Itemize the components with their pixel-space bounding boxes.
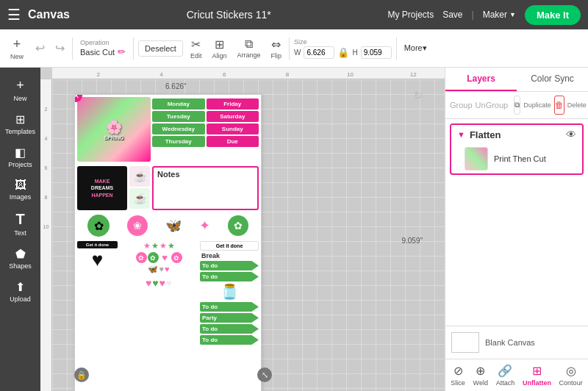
- wednesday-label: Wednesday: [152, 123, 205, 134]
- more-button[interactable]: More▾: [401, 40, 430, 56]
- notes-title: Notes: [157, 170, 254, 179]
- sunday-label: Sunday: [207, 123, 259, 134]
- templates-icon: ⊞: [15, 112, 25, 126]
- toolbar: + New ↩ ↪ Operation Basic Cut ✏ Deselect…: [0, 29, 588, 68]
- layer-group-name: Flatten: [470, 129, 562, 140]
- undo-button[interactable]: ↩: [32, 38, 48, 58]
- contour-icon: ◎: [566, 364, 576, 378]
- layer-group-header: ▼ Flatten 👁: [451, 125, 582, 144]
- blank-canvas-label: Blank Canvas: [485, 338, 535, 347]
- chevron-down-icon: ▼: [509, 11, 516, 18]
- right-panel: Layers Color Sync Group UnGroup ⧉ Duplic…: [445, 68, 588, 391]
- make-it-button[interactable]: Make It: [525, 5, 581, 25]
- sidebar-item-shapes[interactable]: ⬟ Shapes: [2, 243, 39, 274]
- size-group: Size W 🔒 H: [294, 38, 392, 59]
- panel-tabs: Layers Color Sync: [445, 68, 588, 92]
- sidebar-item-projects[interactable]: ◧ Projects: [2, 141, 39, 173]
- notes-box: Notes: [152, 166, 259, 210]
- projects-icon: ◧: [15, 146, 26, 159]
- ungroup-button[interactable]: UnGroup: [476, 101, 509, 110]
- header-right: My Projects Save | Maker ▼ Make It: [387, 5, 581, 25]
- blank-canvas-section: Blank Canvas: [445, 326, 588, 359]
- saturday-label: Saturday: [207, 111, 259, 122]
- attach-icon: 🔗: [498, 364, 512, 378]
- thursday-label: Thursday: [152, 136, 205, 147]
- operation-edit-icon[interactable]: ✏: [118, 46, 126, 57]
- save-button[interactable]: Save: [442, 10, 462, 20]
- redo-button[interactable]: ↪: [52, 38, 68, 58]
- panel-toolbar: Group UnGroup ⧉ Duplicate 🗑 Delete: [445, 92, 588, 119]
- dim-right-label: 9.059": [401, 237, 423, 245]
- shapes-icon: ⬟: [15, 247, 26, 261]
- edit-button[interactable]: ✂ Edit: [187, 36, 205, 61]
- tuesday-label: Tuesday: [152, 111, 205, 122]
- refresh-icon[interactable]: ↻: [414, 90, 423, 101]
- weld-action[interactable]: ⊕ Weld: [473, 364, 488, 387]
- plus-icon: +: [16, 78, 24, 93]
- slice-action[interactable]: ⊘ Slice: [451, 364, 465, 387]
- sidebar-item-images[interactable]: 🖼 Images: [2, 174, 39, 205]
- slice-icon: ⊘: [453, 364, 463, 378]
- weld-icon: ⊕: [476, 364, 485, 378]
- monday-label: Monday: [152, 98, 205, 110]
- dim-top-label: 6.626": [165, 82, 187, 90]
- left-sidebar: + New ⊞ Templates ◧ Projects 🖼 Images T …: [0, 68, 40, 391]
- my-projects-link[interactable]: My Projects: [387, 10, 434, 20]
- arrange-button[interactable]: ⧉ Arrange: [234, 36, 263, 60]
- upload-icon: ⬆: [15, 280, 25, 294]
- contour-action[interactable]: ◎ Contour: [559, 364, 583, 387]
- sidebar-item-templates[interactable]: ⊞ Templates: [2, 108, 39, 140]
- unflatten-action[interactable]: ⊞ Unflatten: [523, 364, 551, 387]
- deselect-button[interactable]: Deselect: [138, 40, 183, 57]
- maker-button[interactable]: Maker ▼: [483, 10, 516, 20]
- sidebar-item-new[interactable]: + New: [2, 73, 39, 107]
- menu-icon[interactable]: ☰: [7, 6, 21, 24]
- unflatten-icon: ⊞: [532, 364, 542, 378]
- sidebar-item-text[interactable]: T Text: [2, 207, 39, 241]
- attach-action[interactable]: 🔗 Attach: [496, 364, 515, 387]
- visibility-eye-icon[interactable]: 👁: [566, 129, 576, 140]
- layer-group-flatten[interactable]: ▼ Flatten 👁 Print Then Cut: [450, 123, 584, 175]
- layer-list: ▼ Flatten 👁 Print Then Cut: [445, 119, 588, 326]
- divider: |: [472, 10, 474, 20]
- width-input[interactable]: [304, 46, 334, 59]
- layer-sublayer-name: Print Then Cut: [494, 154, 546, 163]
- images-icon: 🖼: [15, 179, 26, 192]
- align-button[interactable]: ⊞ Align: [209, 36, 229, 61]
- delete-button[interactable]: 🗑: [554, 96, 564, 115]
- due-label: Due: [207, 136, 259, 147]
- flip-button[interactable]: ⇔ Flip: [268, 36, 284, 61]
- lock-icon[interactable]: 🔒: [74, 367, 89, 382]
- tab-layers[interactable]: Layers: [445, 68, 517, 91]
- panel-actions: ⊘ Slice ⊕ Weld 🔗 Attach ⊞ Unflatten ◎ Co…: [445, 359, 588, 391]
- layer-thumbnail: [465, 147, 488, 171]
- layer-item-print-then-cut[interactable]: Print Then Cut: [459, 144, 582, 173]
- tab-color-sync[interactable]: Color Sync: [517, 68, 588, 91]
- project-title: Cricut Stickers 11*: [187, 9, 271, 21]
- resize-icon[interactable]: ⤡: [257, 367, 272, 382]
- canvas-area[interactable]: 2 4 6 8 10 12 2 4 6 8 10 ✕: [40, 68, 445, 391]
- sidebar-item-upload[interactable]: ⬆ Upload: [2, 276, 39, 307]
- main-area: + New ⊞ Templates ◧ Projects 🖼 Images T …: [0, 68, 588, 391]
- text-icon: T: [15, 211, 24, 228]
- new-button[interactable]: + New: [6, 34, 28, 63]
- operation-group: Operation Basic Cut ✏: [77, 39, 129, 57]
- group-button[interactable]: Group: [450, 101, 473, 110]
- height-input[interactable]: [361, 46, 392, 59]
- header: ☰ Canvas Cricut Stickers 11* My Projects…: [0, 0, 588, 29]
- duplicate-button[interactable]: ⧉: [514, 96, 520, 115]
- app-title: Canvas: [28, 8, 70, 21]
- friday-label: Friday: [207, 98, 259, 110]
- blank-canvas-preview: [451, 332, 479, 353]
- design-sheet[interactable]: ✕ 🌸 SPRING Monday: [74, 94, 262, 391]
- collapse-arrow-icon[interactable]: ▼: [457, 130, 465, 139]
